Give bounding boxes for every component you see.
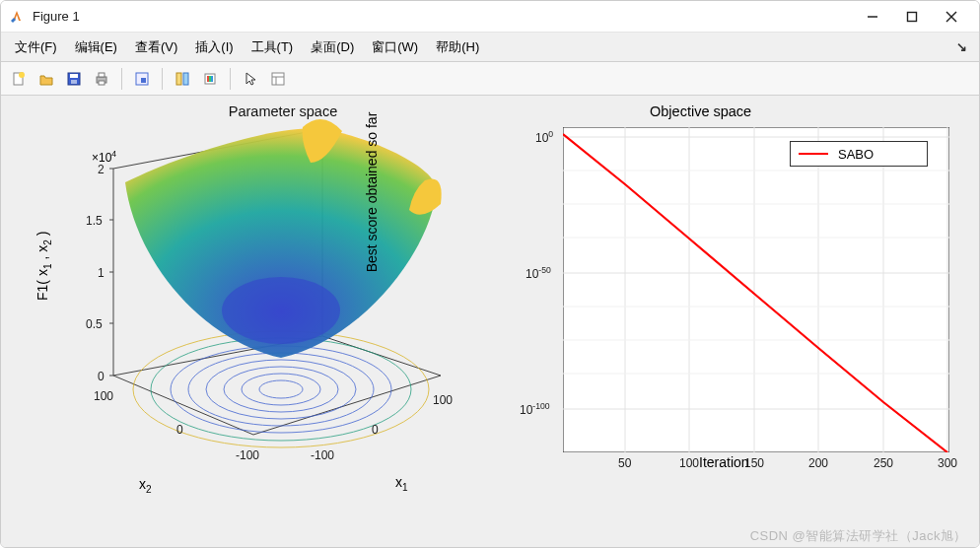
svg-rect-9 (71, 80, 77, 84)
z-tick: 0 (98, 370, 105, 383)
svg-point-33 (242, 374, 320, 405)
minimize-button[interactable] (853, 1, 892, 33)
y-tick: 10-50 (525, 265, 551, 281)
svg-rect-16 (183, 73, 188, 85)
x-tick: 200 (808, 456, 828, 470)
print-button[interactable] (90, 67, 113, 91)
menubar: 文件(F) 编辑(E) 查看(V) 插入(I) 工具(T) 桌面(D) 窗口(W… (1, 33, 979, 62)
colorbar-icon (202, 71, 218, 87)
print-icon (94, 71, 109, 87)
legend-entry: SABO (838, 147, 874, 162)
link-plot-button[interactable] (171, 67, 194, 91)
y-axis-label: x2 (139, 476, 152, 495)
menu-insert[interactable]: 插入(I) (187, 34, 241, 60)
z-tick: 1.5 (86, 214, 103, 228)
toolbar-sep (121, 68, 122, 90)
svg-rect-14 (141, 78, 146, 83)
svg-rect-2 (908, 12, 917, 21)
axes-title-right: Objective space (650, 103, 751, 119)
svg-rect-15 (176, 73, 181, 85)
y-tick: 0 (176, 423, 183, 437)
x-tick: 250 (874, 456, 893, 470)
dock-handle-icon[interactable]: ↘ (956, 39, 973, 54)
y-tick: 100 (94, 389, 113, 403)
x-tick: 0 (372, 423, 379, 437)
new-figure-button[interactable] (7, 67, 31, 91)
svg-rect-21 (272, 73, 284, 85)
svg-rect-20 (211, 76, 213, 82)
edit-plot-button[interactable] (239, 67, 262, 91)
legend[interactable]: SABO (790, 141, 928, 167)
svg-point-35 (206, 360, 356, 419)
axes-parameter-space[interactable]: Parameter space ×104 (27, 103, 460, 517)
save-button[interactable] (62, 67, 86, 91)
z-tick: 0.5 (86, 317, 103, 331)
save-icon (66, 71, 82, 87)
toolbar-sep (162, 68, 163, 90)
x-tick: 300 (938, 456, 957, 470)
folder-open-icon (38, 71, 54, 87)
property-editor-button[interactable] (266, 67, 290, 91)
x-tick: -100 (311, 448, 334, 462)
insert-colorbar-button[interactable] (198, 67, 222, 91)
z-axis-label: F1( x1 , x2 ) (35, 232, 53, 301)
x-axis-label: x1 (395, 474, 408, 493)
menu-help[interactable]: 帮助(H) (428, 34, 487, 60)
matlab-icon (9, 9, 25, 25)
new-file-icon (11, 71, 27, 87)
y-axis-label: Best score obtained so far (364, 44, 380, 340)
z-tick: 1 (98, 266, 105, 280)
x-tick: 100 (679, 456, 699, 470)
svg-rect-12 (99, 81, 105, 85)
y-tick: -100 (236, 448, 259, 462)
svg-rect-19 (209, 76, 211, 82)
y-tick: 100 (535, 129, 553, 145)
svg-point-32 (259, 380, 303, 398)
menu-edit[interactable]: 编辑(E) (67, 34, 125, 60)
x-tick: 50 (618, 456, 631, 470)
minimize-icon (867, 11, 878, 23)
figure-canvas: Parameter space ×104 (1, 96, 979, 548)
close-icon (945, 11, 957, 23)
menu-tools[interactable]: 工具(T) (244, 34, 302, 60)
menu-file[interactable]: 文件(F) (7, 34, 65, 60)
svg-rect-8 (70, 74, 78, 78)
data-cursor-icon (134, 71, 150, 87)
svg-rect-11 (99, 73, 105, 77)
window-title: Figure 1 (33, 9, 853, 24)
svg-rect-18 (207, 76, 209, 82)
toolbar-sep (230, 68, 231, 90)
x-tick: 100 (433, 393, 453, 407)
x-axis-label: Iteration (699, 454, 749, 470)
maximize-icon (906, 11, 918, 23)
titlebar: Figure 1 (1, 1, 979, 33)
menu-view[interactable]: 查看(V) (127, 34, 185, 60)
maximize-button[interactable] (892, 1, 932, 33)
z-tick: 2 (98, 163, 105, 176)
svg-point-40 (222, 277, 340, 344)
svg-point-6 (19, 72, 25, 78)
toolbar (1, 62, 979, 96)
y-tick: 10-100 (520, 401, 550, 417)
convergence-plot (563, 127, 949, 452)
close-button[interactable] (932, 1, 971, 33)
legend-swatch-icon (799, 153, 828, 155)
menu-desktop[interactable]: 桌面(D) (303, 34, 362, 60)
watermark: CSDN @智能算法研学社（Jack旭） (750, 527, 967, 545)
open-button[interactable] (35, 67, 58, 91)
link-icon (175, 71, 190, 87)
svg-rect-41 (563, 127, 949, 452)
arrow-cursor-icon (243, 71, 258, 87)
axes-objective-space[interactable]: Objective space (492, 103, 955, 527)
data-cursor-button[interactable] (130, 67, 154, 91)
property-editor-icon (270, 71, 286, 87)
svg-point-36 (188, 353, 374, 426)
